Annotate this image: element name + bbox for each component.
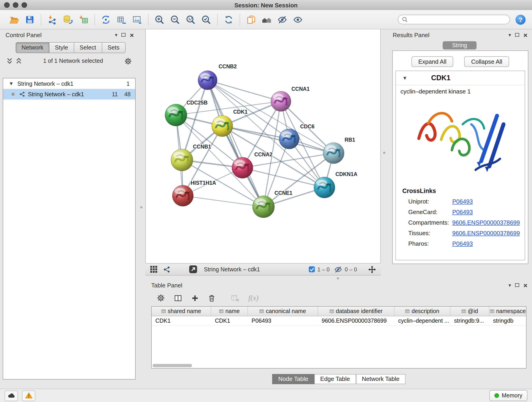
crosslink-link[interactable]: 9606.ENSP00000378699 — [452, 230, 520, 236]
save-session-button[interactable] — [22, 13, 38, 26]
crosslink-row-genecard: GeneCard: P06493 — [396, 207, 525, 217]
zoom-out-button[interactable] — [167, 13, 183, 26]
panel-menu-icon[interactable]: ▾ — [115, 32, 117, 37]
share-network-icon[interactable] — [163, 266, 171, 273]
add-column-icon[interactable] — [191, 294, 199, 302]
column-header-namespace[interactable]: namespace — [489, 307, 526, 316]
tab-sets[interactable]: Sets — [102, 42, 125, 53]
new-table-button[interactable] — [114, 13, 129, 26]
panel-close-icon[interactable]: × — [523, 32, 527, 38]
column-header-id[interactable]: @id — [450, 307, 489, 316]
eye-icon — [293, 14, 303, 25]
column-header-database-identifier[interactable]: database identifier — [318, 307, 394, 316]
network-node-CDC25B[interactable] — [165, 104, 187, 126]
network-node-CDK1[interactable] — [212, 115, 233, 137]
export-image-button[interactable] — [129, 13, 145, 26]
apply-layout-button[interactable] — [221, 13, 236, 26]
network-node-CDKN1A[interactable] — [314, 177, 335, 198]
left-splitter-handle[interactable] — [140, 206, 143, 209]
import-table-from-file-button[interactable] — [76, 13, 91, 26]
right-splitter-handle[interactable] — [383, 152, 385, 154]
warnings-button[interactable] — [22, 390, 35, 401]
network-node-CCNB1[interactable] — [171, 149, 193, 171]
expand-all-button[interactable]: Expand All — [412, 56, 453, 67]
column-header-name[interactable]: name — [211, 307, 248, 316]
network-node-CDC6[interactable] — [279, 129, 299, 149]
crosslink-link[interactable]: P06493 — [452, 198, 473, 205]
network-node-CCNE1[interactable] — [253, 196, 274, 218]
collapse-all-button[interactable]: Collapse All — [464, 56, 509, 67]
network-node-label: CCNB1 — [193, 144, 211, 150]
tab-string[interactable]: String — [443, 41, 476, 50]
crosslink-label: Compartments: — [408, 219, 452, 226]
crosslink-link[interactable]: P06493 — [452, 209, 473, 216]
tab-network-table[interactable]: Network Table — [356, 374, 405, 384]
open-session-button[interactable] — [6, 13, 22, 26]
search-field[interactable] — [398, 15, 510, 24]
network-node-CCNA1[interactable] — [271, 91, 291, 111]
network-row-selected[interactable]: String Network – cdk1 11 48 — [3, 89, 135, 99]
column-header-canonical-name[interactable]: canonical name — [248, 307, 318, 316]
selected-checkbox-icon[interactable] — [308, 266, 315, 273]
table-row[interactable]: CDK1 CDK1 P06493 9606.ENSP00000378699 cy… — [152, 316, 526, 325]
zoom-selected-button[interactable] — [198, 13, 214, 26]
search-input[interactable] — [408, 16, 506, 23]
gene-card-header[interactable]: ▼ CDK1 — [396, 71, 525, 85]
gear-icon[interactable] — [124, 57, 132, 65]
import-network-from-database-button[interactable] — [60, 13, 76, 26]
network-node-CCNB2[interactable] — [198, 70, 217, 90]
network-graph[interactable]: CCNB2CCNA1CDC25BCDK1CDC6RB1CCNB1CCNA2CDK… — [146, 29, 381, 263]
open-in-new-window-icon[interactable] — [189, 265, 197, 274]
delete-trash-icon[interactable] — [208, 294, 216, 302]
zoom-fit-button[interactable] — [183, 13, 198, 26]
collapse-gene-icon[interactable]: ▼ — [402, 75, 407, 80]
network-edge[interactable] — [183, 196, 264, 207]
zoom-in-button[interactable] — [152, 13, 167, 26]
network-node-CCNA2[interactable] — [232, 157, 253, 178]
cloud-status-button[interactable] — [5, 390, 18, 401]
table-settings-gear-icon[interactable] — [157, 294, 165, 302]
expand-all-icon[interactable] — [16, 57, 22, 65]
column-header-description[interactable]: description — [394, 307, 450, 316]
hide-graphics-details-button[interactable] — [274, 13, 290, 26]
birdseye-grid-icon[interactable] — [150, 265, 158, 273]
new-network-from-selection-button[interactable] — [98, 13, 114, 26]
network-edge[interactable] — [222, 126, 334, 153]
network-canvas[interactable]: CCNB2CCNA1CDC25BCDK1CDC6RB1CCNB1CCNA2CDK… — [145, 29, 381, 263]
network-overview-button[interactable] — [259, 13, 274, 26]
crosslink-link[interactable]: 9606.ENSP00000378699 — [452, 219, 520, 226]
copy-document-button[interactable] — [243, 13, 259, 26]
network-collection-row[interactable]: ▼ String Network – cdk1 1 — [3, 78, 135, 89]
panel-close-icon[interactable]: × — [523, 282, 527, 288]
hidden-eye-slash-icon[interactable] — [334, 265, 342, 274]
toolbar-separator — [94, 13, 95, 26]
panel-menu-icon[interactable]: ▾ — [508, 283, 511, 288]
panel-menu-icon[interactable]: ▾ — [508, 32, 511, 37]
show-columns-icon[interactable] — [174, 294, 182, 302]
collapse-all-icon[interactable] — [6, 57, 13, 65]
help-button[interactable]: ? — [515, 14, 526, 25]
tab-node-table[interactable]: Node Table — [272, 374, 314, 384]
network-node-HIST1H1A[interactable] — [172, 185, 193, 206]
pan-move-icon[interactable] — [368, 265, 376, 274]
horizontal-splitter-handle[interactable] — [337, 277, 339, 280]
panel-float-icon[interactable] — [515, 33, 519, 37]
save-floppy-icon — [25, 14, 35, 25]
panel-float-icon[interactable] — [515, 283, 519, 287]
network-node-RB1[interactable] — [323, 143, 344, 164]
panel-float-icon[interactable] — [121, 33, 126, 37]
panel-close-icon[interactable]: × — [130, 32, 134, 38]
tab-select[interactable]: Select — [74, 42, 102, 53]
crosslink-link[interactable]: P06493 — [452, 240, 473, 247]
import-network-from-file-button[interactable] — [44, 13, 60, 26]
horizontal-scrollbar[interactable] — [152, 364, 192, 367]
column-icon — [161, 309, 166, 313]
memory-button[interactable]: Memory — [489, 390, 527, 401]
network-edge[interactable] — [208, 80, 264, 207]
tab-network[interactable]: Network — [16, 42, 49, 53]
tree-expand-icon[interactable]: ▼ — [9, 81, 14, 86]
column-header-shared-name[interactable]: shared name — [152, 307, 211, 316]
tab-style[interactable]: Style — [49, 42, 74, 53]
tab-edge-table[interactable]: Edge Table — [314, 374, 356, 384]
show-graphics-details-button[interactable] — [290, 13, 306, 26]
